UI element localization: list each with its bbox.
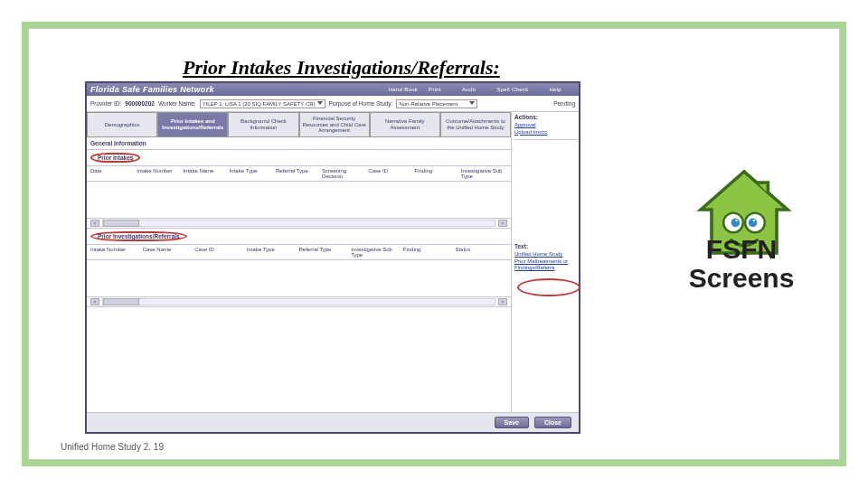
tab-background-check[interactable]: Background Check Information bbox=[228, 112, 298, 136]
prior-investigations-hscroll[interactable]: < > bbox=[87, 296, 511, 307]
scroll-thumb[interactable] bbox=[103, 298, 139, 305]
col2-case-id[interactable]: Case ID bbox=[194, 247, 247, 258]
prior-intakes-grid: Date Intake Number Intake Name Intake Ty… bbox=[87, 166, 511, 229]
tabs-row: Demographics Prior Intakes and Investiga… bbox=[87, 112, 511, 137]
app-title: Florida Safe Families Network bbox=[90, 85, 214, 94]
spellcheck-icon bbox=[532, 86, 540, 94]
svg-point-5 bbox=[753, 220, 755, 221]
scroll-thumb[interactable] bbox=[103, 220, 139, 227]
actions-panel: Actions: Approval Upload Imccc Text: Uni… bbox=[511, 112, 579, 412]
scroll-left-icon[interactable]: < bbox=[90, 298, 99, 305]
prior-intakes-head: Prior Intakes bbox=[87, 150, 511, 166]
col-intake-name[interactable]: Intake Name bbox=[183, 168, 229, 179]
col2-inv-subtype[interactable]: Investigative Sub Type bbox=[351, 247, 403, 258]
tab-outcome[interactable]: Outcome/Attachments to the Unified Home … bbox=[440, 112, 511, 136]
tab-demographics[interactable]: Demographics bbox=[87, 112, 157, 136]
fsfn-screens-label: FSFN Screens bbox=[687, 235, 796, 292]
provider-id-label: Provider ID: bbox=[90, 100, 121, 107]
prior-investigations-grid: Intake Number Case Name Case ID Intake T… bbox=[87, 245, 511, 307]
save-button[interactable]: Save bbox=[495, 417, 529, 428]
prior-intakes-headers: Date Intake Number Intake Name Intake Ty… bbox=[87, 166, 511, 182]
prior-investigations-highlight: Prior Investigations/Referrals bbox=[90, 231, 187, 241]
upload-link[interactable]: Upload Imccc bbox=[514, 129, 576, 136]
svg-point-4 bbox=[735, 220, 737, 221]
col2-referral-type[interactable]: Referral Type bbox=[299, 247, 352, 258]
col-referral-type[interactable]: Referral Type bbox=[276, 168, 322, 179]
app-titlebar: Florida Safe Families Network Hand Book … bbox=[87, 83, 579, 96]
audit-icon bbox=[479, 86, 487, 94]
col2-finding[interactable]: Finding bbox=[403, 247, 456, 258]
app-body: Demographics Prior Intakes and Investiga… bbox=[87, 112, 579, 412]
close-button[interactable]: Close bbox=[534, 417, 571, 428]
col-screening-decision[interactable]: Screening Decision bbox=[322, 168, 368, 179]
slide-title: Prior Intakes Investigations/Referrals: bbox=[183, 56, 500, 80]
prior-intakes-highlight: Prior Intakes bbox=[90, 153, 140, 163]
prior-investigations-head: Prior Investigations/Referrals bbox=[87, 229, 511, 245]
print-button[interactable]: Print bbox=[425, 85, 455, 95]
worker-name-select[interactable]: YILEP 1, LISA 1 (20 SIQ FAMILY SAFETY CR… bbox=[200, 99, 326, 108]
col2-intake-type[interactable]: Intake Type bbox=[247, 247, 299, 258]
prior-intakes-hscroll[interactable]: < > bbox=[87, 218, 511, 229]
col2-status[interactable]: Status bbox=[455, 247, 507, 258]
col-finding[interactable]: Finding bbox=[415, 168, 461, 179]
col2-case-name[interactable]: Case Name bbox=[143, 247, 195, 258]
col-intake-type[interactable]: Intake Type bbox=[230, 168, 276, 179]
provider-id-value: 900000202 bbox=[125, 100, 155, 107]
worker-name-label: Worker Name: bbox=[158, 100, 196, 107]
purpose-label: Purpose of Home Study: bbox=[329, 100, 393, 107]
app-footer: Save Close bbox=[87, 412, 579, 432]
slide-inner: Prior Intakes Investigations/Referrals: … bbox=[28, 28, 840, 460]
svg-point-2 bbox=[731, 219, 741, 228]
scroll-left-icon[interactable]: < bbox=[90, 220, 99, 227]
col-case-id[interactable]: Case ID bbox=[368, 168, 414, 179]
scroll-right-icon[interactable]: > bbox=[498, 220, 507, 227]
audit-button[interactable]: Audit bbox=[458, 85, 489, 95]
actions-head: Actions: bbox=[514, 114, 576, 120]
print-icon bbox=[445, 86, 453, 94]
prior-investigations-headers: Intake Number Case Name Case ID Intake T… bbox=[87, 245, 511, 260]
info-row: Provider ID: 900000202 Worker Name: YILE… bbox=[87, 96, 579, 112]
help-icon bbox=[565, 86, 573, 94]
titlebar-actions: Hand Book Print Audit Spell Check Help bbox=[385, 85, 575, 95]
help-button[interactable]: Help bbox=[545, 85, 575, 95]
tab-prior-intakes[interactable]: Prior Intakes and Investigations/Referra… bbox=[157, 112, 228, 136]
slide-footer: Unified Home Study 2. 19 bbox=[61, 442, 164, 452]
left-column: Demographics Prior Intakes and Investiga… bbox=[87, 112, 511, 412]
status-text: Pending bbox=[553, 100, 575, 107]
prior-investigations-body bbox=[87, 260, 511, 296]
purpose-select[interactable]: Non-Relative Placement bbox=[396, 99, 477, 108]
prior-maltreat-link[interactable]: Prior Maltreatments or Findings/Referra bbox=[514, 258, 576, 272]
divider bbox=[514, 139, 576, 140]
app-window: Florida Safe Families Network Hand Book … bbox=[85, 81, 580, 434]
general-info-head: General Information bbox=[87, 137, 511, 150]
slide-frame: Prior Intakes Investigations/Referrals: … bbox=[22, 22, 846, 466]
col2-intake-number[interactable]: Intake Number bbox=[90, 247, 143, 258]
tab-financial-security[interactable]: Financial Security Resources and Child C… bbox=[299, 112, 370, 136]
uhs-link[interactable]: Unified Home Study bbox=[514, 251, 576, 258]
col-intake-number[interactable]: Intake Number bbox=[137, 168, 183, 179]
spellcheck-button[interactable]: Spell Check bbox=[493, 85, 542, 95]
svg-point-3 bbox=[749, 219, 758, 228]
scroll-right-icon[interactable]: > bbox=[498, 298, 507, 305]
col-inv-subtype[interactable]: Investigative Sub Type bbox=[461, 168, 507, 179]
tab-narrative[interactable]: Narrative Family Assessment bbox=[370, 112, 440, 136]
text-head: Text: bbox=[514, 243, 576, 249]
col-date[interactable]: Date bbox=[90, 168, 137, 179]
handbook-button[interactable]: Hand Book bbox=[385, 85, 421, 95]
prior-intakes-body bbox=[87, 182, 511, 218]
approval-link[interactable]: Approval bbox=[514, 122, 576, 129]
